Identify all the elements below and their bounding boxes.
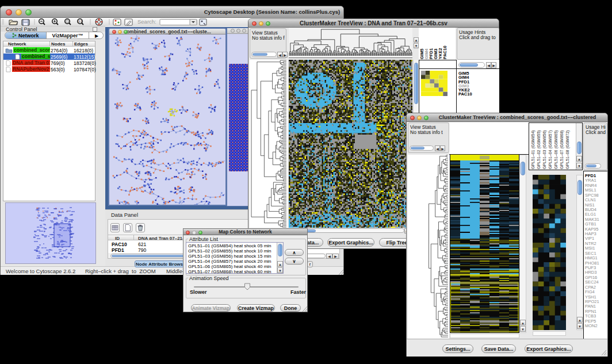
svg-text:GPL51–08 (GSM872): GPL51–08 (GSM872): [565, 130, 570, 169]
svg-text:GPL51–04 (GSM857): GPL51–04 (GSM857): [548, 130, 553, 169]
svg-text:1:1: 1:1: [78, 20, 82, 23]
svg-text:GPL51–01 (GSM854): GPL51–01 (GSM854): [531, 130, 536, 169]
svg-text:GPL51–03 (GSM856): GPL51–03 (GSM856): [542, 130, 547, 169]
svg-text:GPL51–07 (GSM868): GPL51–07 (GSM868): [560, 130, 564, 169]
svg-text:PAC10: PAC10: [442, 45, 447, 59]
svg-text:GPL51–06 (GSM865): GPL51–06 (GSM865): [554, 130, 559, 169]
svg-text:Search:: Search:: [137, 18, 156, 25]
svg-text:GPL51–02 (GSM855): GPL51–02 (GSM855): [537, 130, 541, 169]
